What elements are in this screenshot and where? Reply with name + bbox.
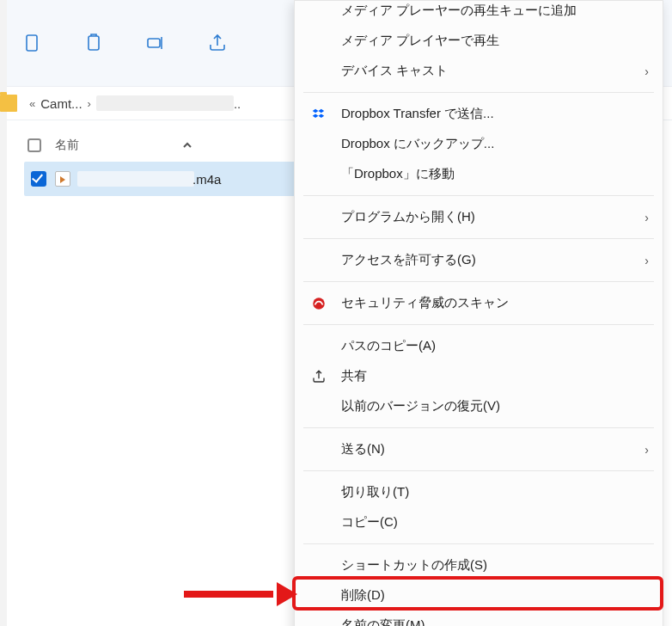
menu-item-create-shortcut[interactable]: ショートカットの作成(S) xyxy=(295,550,663,580)
menu-item-give-access[interactable]: アクセスを許可する(G)› xyxy=(295,245,663,275)
menu-item-play[interactable]: メディア プレイヤーで再生 xyxy=(295,26,663,56)
folder-icon xyxy=(0,95,17,112)
copy-icon[interactable] xyxy=(21,32,43,54)
security-scan-icon xyxy=(310,295,327,312)
audio-file-icon xyxy=(55,171,70,187)
sort-indicator-icon[interactable] xyxy=(182,140,192,150)
breadcrumb-chevron[interactable]: « xyxy=(24,97,40,110)
menu-item-send-to[interactable]: 送る(N)› xyxy=(295,434,663,464)
share-icon[interactable] xyxy=(206,32,229,54)
menu-item-cut[interactable]: 切り取り(T) xyxy=(295,477,663,507)
menu-item-copy-path[interactable]: パスのコピー(A) xyxy=(295,331,663,361)
dropbox-icon xyxy=(310,106,327,123)
menu-item-share[interactable]: 共有 xyxy=(295,361,663,391)
menu-separator xyxy=(303,195,654,196)
column-name[interactable]: 名前 xyxy=(55,138,79,153)
annotation-arrow-icon xyxy=(184,584,297,601)
breadcrumb-item[interactable] xyxy=(96,95,234,111)
menu-item-restore-previous[interactable]: 以前のバージョンの復元(V) xyxy=(295,391,663,421)
menu-item-open-with[interactable]: プログラムから開く(H)› xyxy=(295,202,663,232)
menu-item-delete[interactable]: 削除(D) xyxy=(295,580,663,611)
menu-separator xyxy=(303,92,654,93)
menu-item-security-scan[interactable]: セキュリティ脅威のスキャン xyxy=(295,288,663,318)
menu-separator xyxy=(303,281,654,282)
chevron-right-icon: › xyxy=(645,443,649,457)
menu-item-dropbox-send[interactable]: Dropbox Transfer で送信... xyxy=(295,99,663,129)
menu-item-add-to-queue[interactable]: メディア プレーヤーの再生キューに追加 xyxy=(295,0,663,26)
rename-icon[interactable] xyxy=(144,32,167,54)
chevron-right-icon: › xyxy=(645,254,649,267)
chevron-right-icon: › xyxy=(645,64,649,78)
menu-separator xyxy=(303,470,654,471)
menu-item-copy[interactable]: コピー(C) xyxy=(295,507,663,537)
menu-item-rename[interactable]: 名前の変更(M) xyxy=(295,611,663,626)
svg-rect-1 xyxy=(89,36,99,50)
menu-separator xyxy=(303,238,654,239)
menu-item-cast[interactable]: デバイス キャスト› xyxy=(295,56,663,86)
file-extension: .m4a xyxy=(192,172,221,187)
svg-rect-2 xyxy=(148,39,160,47)
svg-point-3 xyxy=(313,298,325,310)
menu-item-dropbox-move[interactable]: 「Dropbox」に移動 xyxy=(295,159,663,189)
breadcrumb-ellipsis: .. xyxy=(234,96,241,111)
chevron-right-icon: › xyxy=(645,211,649,224)
row-checkbox[interactable] xyxy=(31,171,46,187)
menu-separator xyxy=(303,427,654,428)
menu-separator xyxy=(303,324,654,325)
breadcrumb-item[interactable]: Camt... xyxy=(40,96,82,111)
paste-icon[interactable] xyxy=(82,32,105,54)
share-icon xyxy=(310,368,327,385)
menu-separator xyxy=(303,543,654,544)
breadcrumb-chevron[interactable]: › xyxy=(82,97,96,110)
file-name xyxy=(77,171,194,187)
menu-item-dropbox-backup[interactable]: Dropbox にバックアップ... xyxy=(295,129,663,159)
context-menu: メディア プレーヤーの再生キューに追加 メディア プレイヤーで再生 デバイス キ… xyxy=(294,0,663,626)
svg-rect-0 xyxy=(27,35,37,51)
select-all-checkbox[interactable] xyxy=(27,138,41,152)
